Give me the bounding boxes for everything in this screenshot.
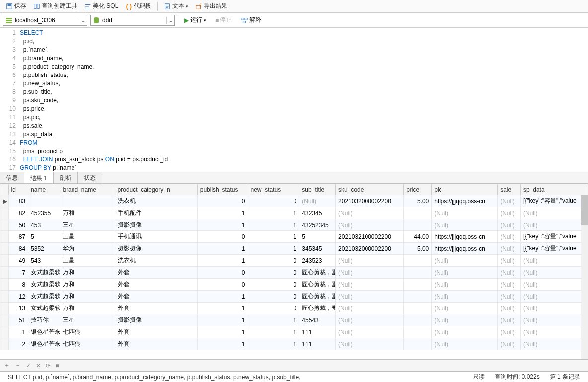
line-gutter: 1234567891011121314151617 <box>0 28 20 172</box>
host-icon <box>5 16 13 24</box>
table-row[interactable]: 12女式超柔软万和外套10匠心剪裁，垂(Null)(Null)(Null)(Nu… <box>0 291 588 303</box>
save-icon <box>6 3 13 10</box>
svg-rect-11 <box>245 18 247 20</box>
table-row[interactable]: 845352华为摄影摄像1134534520210320000022005.00… <box>0 243 588 255</box>
sql-editor[interactable]: 1234567891011121314151617 SELECT p.id, p… <box>0 28 588 172</box>
separator <box>178 15 178 25</box>
result-grid-wrap: idnamebrand_nameproduct_category_npublis… <box>0 184 588 359</box>
beautify-icon <box>84 3 91 10</box>
table-row[interactable]: 51技巧你三星摄影摄像1145543(Null)(Null)(Null)(Nul… <box>0 314 588 326</box>
column-header[interactable]: id <box>8 184 28 195</box>
svg-rect-5 <box>196 5 201 9</box>
column-header[interactable]: publish_status <box>197 184 248 195</box>
play-icon: ▶ <box>184 17 189 24</box>
table-row[interactable]: 8女式超柔软万和外套00匠心剪裁，垂(Null)(Null)(Null)(Nul… <box>0 279 588 291</box>
table-row[interactable]: 7女式超柔软万和外套00匠心剪裁，垂(Null)(Null)(Null)(Nul… <box>0 267 588 279</box>
database-text: ddd <box>100 17 166 24</box>
grid-action-button[interactable]: ⟳ <box>46 362 51 369</box>
svg-rect-1 <box>8 4 11 6</box>
status-readonly: 只读 <box>468 373 490 381</box>
table-row[interactable]: 13女式超柔软万和外套10匠心剪裁，垂(Null)(Null)(Null)(Nu… <box>0 303 588 314</box>
host-text: localhost_3306 <box>13 17 79 24</box>
column-header[interactable]: product_category_n <box>115 184 197 195</box>
query-builder-icon <box>33 3 40 10</box>
column-header[interactable]: sale <box>498 184 521 195</box>
svg-rect-3 <box>37 4 39 8</box>
tab-result[interactable]: 结果 1 <box>24 172 54 183</box>
status-records: 第 1 条记录 <box>545 373 585 381</box>
database-selector[interactable]: ddd ⌄ <box>90 15 175 26</box>
run-button[interactable]: ▶ 运行 ▾ <box>181 15 209 25</box>
code-area[interactable]: SELECT p.id, p.`name`, p.brand_name, p.p… <box>20 28 588 172</box>
svg-rect-8 <box>6 22 12 23</box>
status-bar: SELECT p.id, p.`name`, p.brand_name, p.p… <box>0 371 588 382</box>
grid-action-button[interactable]: ✕ <box>36 362 41 369</box>
chevron-down-icon: ▾ <box>204 18 206 23</box>
code-snippet-icon: ( ) <box>125 3 132 10</box>
code-snippet-button[interactable]: ( ) 代码段 <box>122 1 154 11</box>
table-row[interactable]: 49543三星洗衣机10243523(Null)(Null)(Null)(Nul… <box>0 255 588 267</box>
connection-bar: localhost_3306 ⌄ ddd ⌄ ▶ 运行 ▾ ■ 停止 解释 <box>0 13 588 28</box>
column-header[interactable]: new_status <box>248 184 299 195</box>
query-builder-label: 查询创建工具 <box>42 2 77 10</box>
column-header[interactable]: name <box>28 184 60 195</box>
stop-icon: ■ <box>215 17 219 24</box>
chevron-down-icon: ⌄ <box>166 17 174 24</box>
explain-icon <box>241 17 248 24</box>
grid-action-button[interactable]: ■ <box>56 362 59 369</box>
scrollbar-thumb[interactable] <box>581 195 588 225</box>
column-header[interactable]: sub_title <box>299 184 336 195</box>
stop-button[interactable]: ■ 停止 <box>212 15 235 25</box>
run-label: 运行 <box>190 16 202 24</box>
grid-action-button[interactable]: － <box>15 361 21 370</box>
text-icon <box>164 3 171 10</box>
table-row[interactable]: 875三星手机通讯015202103210000220044.00https:/… <box>0 231 588 243</box>
chevron-down-icon: ▾ <box>186 4 188 9</box>
status-time: 查询时间: 0.022s <box>490 373 545 381</box>
table-row[interactable]: 82452355万和手机配件11432345(Null)(Null)(Null)… <box>0 207 588 219</box>
main-toolbar: 保存 查询创建工具 美化 SQL ( ) 代码段 文本 ▾ 导出结果 <box>0 0 588 13</box>
table-row[interactable]: ▶83洗衣机00(Null)20210320000022005.00https:… <box>0 195 588 207</box>
svg-rect-6 <box>6 18 12 19</box>
save-label: 保存 <box>14 2 26 10</box>
explain-button[interactable]: 解释 <box>238 15 264 25</box>
status-sql: SELECT p.id, p.`name`, p.brand_name, p.p… <box>3 374 468 381</box>
result-tabs: 信息 结果 1 剖析 状态 <box>0 172 588 184</box>
column-header[interactable]: sku_code <box>336 184 404 195</box>
query-builder-button[interactable]: 查询创建工具 <box>30 1 80 11</box>
host-selector[interactable]: localhost_3306 ⌄ <box>3 15 87 26</box>
export-button[interactable]: 导出结果 <box>192 1 230 11</box>
database-icon <box>92 16 100 24</box>
explain-label: 解释 <box>249 16 261 24</box>
code-snippet-label: 代码段 <box>134 2 151 10</box>
result-grid[interactable]: idnamebrand_nameproduct_category_npublis… <box>0 184 588 350</box>
svg-rect-2 <box>34 4 36 8</box>
table-row[interactable]: 50453三星摄影摄像1143252345(Null)(Null)(Null)(… <box>0 219 588 231</box>
table-row[interactable]: 2银色星芒来七匹狼外套11111(Null)(Null)(Null)(Null) <box>0 338 588 350</box>
column-header[interactable]: brand_name <box>60 184 115 195</box>
grid-action-button[interactable]: ✓ <box>26 362 31 369</box>
svg-rect-12 <box>243 21 246 23</box>
stop-label: 停止 <box>220 16 232 24</box>
beautify-button[interactable]: 美化 SQL <box>81 1 121 11</box>
tab-info[interactable]: 信息 <box>0 172 24 183</box>
save-button[interactable]: 保存 <box>3 1 29 11</box>
svg-rect-10 <box>241 18 244 20</box>
text-button[interactable]: 文本 ▾ <box>161 1 191 11</box>
table-row[interactable]: 1银色星芒来七匹狼外套11111(Null)(Null)(Null)(Null) <box>0 326 588 338</box>
grid-toolbar: ＋－✓✕⟳■ <box>0 359 588 371</box>
separator <box>157 2 158 11</box>
vertical-scrollbar[interactable] <box>581 195 588 359</box>
export-icon <box>195 3 202 10</box>
column-header[interactable]: sp_data <box>520 184 588 195</box>
svg-rect-7 <box>6 20 12 21</box>
grid-action-button[interactable]: ＋ <box>4 361 10 370</box>
column-header[interactable]: price <box>404 184 432 195</box>
tab-profile[interactable]: 剖析 <box>54 172 78 183</box>
tab-status[interactable]: 状态 <box>78 172 102 183</box>
column-header[interactable]: pic <box>432 184 498 195</box>
export-label: 导出结果 <box>204 2 227 10</box>
chevron-down-icon: ⌄ <box>79 17 87 24</box>
beautify-label: 美化 SQL <box>93 2 118 10</box>
text-label: 文本 <box>172 2 184 10</box>
